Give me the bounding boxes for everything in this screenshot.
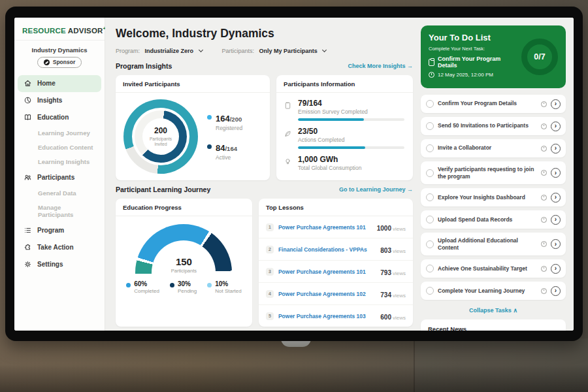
task-checkbox[interactable] bbox=[426, 265, 434, 272]
pie-chart-icon bbox=[24, 96, 32, 105]
brand-logo[interactable]: RESOURCE ADVISOR+ bbox=[14, 24, 105, 41]
legend-registered: 164/200 Registered bbox=[207, 112, 242, 131]
task-checkbox[interactable] bbox=[426, 122, 434, 130]
lesson-link[interactable]: Power Purchase Agreements 101 bbox=[278, 269, 376, 275]
chevron-right-button[interactable]: › bbox=[551, 168, 561, 178]
chevron-right-button[interactable]: › bbox=[551, 239, 561, 249]
donut-center: 200 Participants Invited bbox=[142, 118, 179, 155]
chevron-right-button[interactable]: › bbox=[551, 99, 561, 109]
check-more-insights-link[interactable]: Check More Insights → bbox=[348, 63, 413, 69]
sidebar-item-learning-journey[interactable]: Learning Journey bbox=[14, 126, 105, 140]
card-title: Invited Participants bbox=[116, 75, 270, 93]
task-row[interactable]: Upload Spend Data Records › bbox=[421, 210, 566, 229]
sidebar-item-settings[interactable]: Settings bbox=[14, 256, 105, 273]
go-to-learning-journey-link[interactable]: Go to Learning Journey → bbox=[339, 186, 413, 193]
task-checkbox[interactable] bbox=[426, 193, 434, 201]
task-checkbox[interactable] bbox=[426, 240, 434, 248]
program-insights-header: Program Insights Check More Insights → bbox=[116, 62, 413, 70]
sidebar-item-general-data[interactable]: General Data bbox=[14, 186, 105, 201]
sidebar: RESOURCE ADVISOR+ Industry Dynamics Spon… bbox=[14, 18, 105, 331]
task-row[interactable]: Invite a Collaborator › bbox=[421, 139, 566, 157]
progress-fill-1 bbox=[298, 146, 365, 149]
screen: RESOURCE ADVISOR+ Industry Dynamics Spon… bbox=[14, 18, 574, 331]
progress-track bbox=[298, 118, 404, 121]
sponsor-badge-label: Sponsor bbox=[53, 59, 75, 65]
legend-dot bbox=[126, 283, 131, 287]
chevron-right-button[interactable]: › bbox=[551, 264, 561, 274]
sidebar-item-program[interactable]: Program bbox=[14, 222, 105, 239]
task-checkbox[interactable] bbox=[426, 100, 434, 108]
sidebar-item-label: Participants bbox=[37, 174, 74, 181]
task-row[interactable]: Upload Additional Educational Content › bbox=[421, 233, 566, 255]
sidebar-item-label: General Data bbox=[38, 189, 76, 197]
program-filter-value: Industrialize Zero bbox=[145, 48, 194, 54]
todo-title: Your To Do List bbox=[429, 33, 516, 42]
insights-cards: Invited Participants 200 Participants In… bbox=[116, 75, 413, 180]
sponsor-badge[interactable]: Sponsor bbox=[37, 57, 82, 68]
learning-cards: Education Progress 150 Participants bbox=[116, 199, 413, 327]
chevron-right-button[interactable]: › bbox=[551, 193, 561, 203]
chevron-right-button[interactable]: › bbox=[551, 144, 561, 154]
brand-primary: RESOURCE bbox=[22, 27, 66, 35]
lesson-link[interactable]: Power Purchase Agreements 101 bbox=[278, 224, 372, 231]
arrow-right-icon: → bbox=[407, 186, 413, 193]
sidebar-item-education-content[interactable]: Education Content bbox=[14, 140, 105, 155]
chevron-right-button[interactable]: › bbox=[551, 286, 561, 296]
background-wall: RESOURCE ADVISOR+ Industry Dynamics Spon… bbox=[0, 0, 588, 392]
lesson-link[interactable]: Power Purchase Agreements 102 bbox=[278, 291, 376, 297]
participants-filter[interactable]: Participants: Only My Participants bbox=[222, 48, 327, 54]
todo-due-date: 12 May 2025, 12:00 PM bbox=[438, 72, 493, 78]
sidebar-item-learning-insights[interactable]: Learning Insights bbox=[14, 155, 105, 169]
lesson-row: 4 Power Purchase Agreements 102 734views bbox=[259, 283, 413, 305]
donut-center-label: Participants Invited bbox=[146, 137, 176, 148]
task-row[interactable]: Confirm Your Program Details › bbox=[421, 95, 566, 113]
lesson-row: 5 Power Purchase Agreements 103 600views bbox=[259, 305, 413, 327]
collapse-tasks-link[interactable]: Collapse Tasks ∧ bbox=[421, 307, 566, 314]
task-checkbox[interactable] bbox=[426, 144, 434, 152]
lesson-rank: 5 bbox=[266, 312, 274, 320]
chevron-down-icon bbox=[322, 48, 327, 52]
arrow-right-icon: → bbox=[407, 63, 413, 69]
lesson-rank: 4 bbox=[266, 290, 274, 298]
task-checkbox[interactable] bbox=[426, 287, 434, 295]
sidebar-item-home[interactable]: Home bbox=[18, 75, 101, 92]
donut-legend: 164/200 Registered 84/164 Active bbox=[207, 112, 242, 161]
chevron-right-button[interactable]: › bbox=[551, 215, 561, 225]
invited-donut-chart: 200 Participants Invited bbox=[123, 99, 198, 174]
task-row[interactable]: Send 50 Invitations to Participants › bbox=[421, 117, 566, 135]
sidebar-item-participants[interactable]: Participants bbox=[14, 169, 105, 186]
participants-information-card: Participants Information 79/164 Emission… bbox=[276, 75, 413, 180]
top-lessons-card: Top Lessons 1 Power Purchase Agreements … bbox=[259, 199, 413, 327]
todo-summary-card: Your To Do List Complete Your Next Task:… bbox=[421, 25, 566, 88]
participants-filter-label: Participants: bbox=[222, 48, 255, 54]
legend-dot bbox=[207, 144, 212, 149]
todo-progress-ring: 0/7 bbox=[521, 39, 558, 75]
invited-participants-card: Invited Participants 200 Participants In… bbox=[116, 75, 270, 180]
chevron-up-icon: ∧ bbox=[513, 307, 517, 314]
program-filter[interactable]: Program: Industrialize Zero bbox=[116, 48, 203, 54]
task-row[interactable]: Verify participants requesting to join t… bbox=[421, 161, 566, 184]
main-column: Welcome, Industry Dynamics Program: Indu… bbox=[116, 25, 413, 331]
sidebar-item-take-action[interactable]: Take Action bbox=[14, 239, 105, 256]
background-floor bbox=[0, 365, 588, 392]
gauge-legend: 60%Completed 30%Pending 10%Not Started bbox=[126, 280, 242, 294]
task-checkbox[interactable] bbox=[426, 216, 434, 223]
clock-icon bbox=[541, 195, 547, 201]
task-row[interactable]: Achieve One Sustainability Target › bbox=[421, 259, 566, 278]
legend-dot bbox=[207, 115, 212, 120]
sidebar-item-manage-participants[interactable]: Manage Participants bbox=[14, 201, 105, 222]
monitor-bezel: RESOURCE ADVISOR+ Industry Dynamics Spon… bbox=[5, 7, 583, 341]
lesson-link[interactable]: Financial Considerations - VPPAs bbox=[278, 246, 376, 253]
lesson-link[interactable]: Power Purchase Agreements 103 bbox=[278, 313, 376, 319]
chevron-right-button[interactable]: › bbox=[551, 122, 561, 131]
task-checkbox[interactable] bbox=[426, 169, 434, 177]
task-row[interactable]: Explore Your Insights Dashboard › bbox=[421, 188, 566, 206]
puzzle-icon bbox=[24, 243, 32, 252]
bulb-icon bbox=[284, 155, 293, 171]
progress-fill-0 bbox=[298, 118, 364, 121]
task-row[interactable]: Complete Your Learning Journey › bbox=[421, 282, 566, 300]
org-name: Industry Dynamics bbox=[14, 46, 105, 54]
chevron-down-icon bbox=[199, 48, 203, 52]
sidebar-item-education[interactable]: Education bbox=[14, 109, 105, 126]
sidebar-item-insights[interactable]: Insights bbox=[14, 92, 105, 109]
